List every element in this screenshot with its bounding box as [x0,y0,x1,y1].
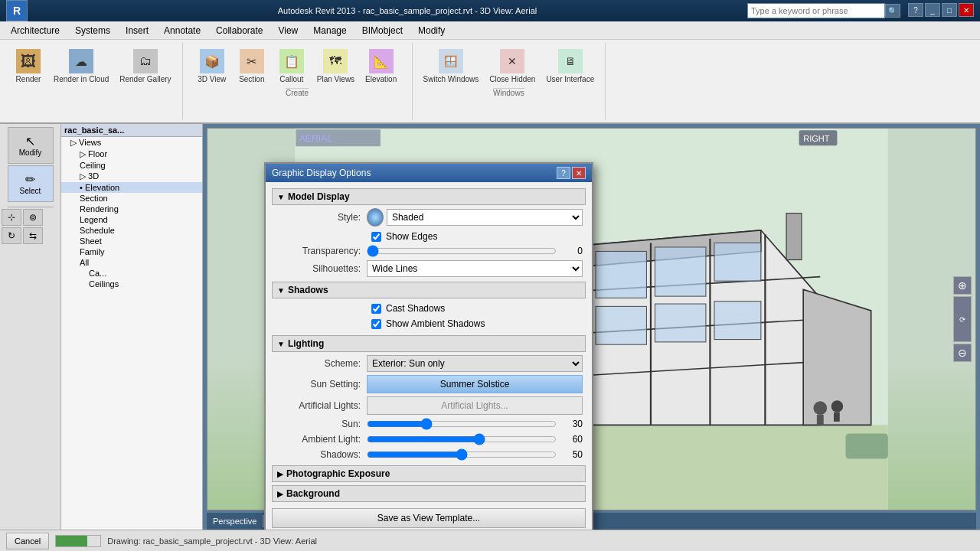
maximize-btn[interactable]: □ [942,3,957,17]
nav-controls: ⊕ ⟳ ⊖ [953,276,972,362]
plan-views-btn[interactable]: 🗺 Plan Views [312,46,359,86]
browser-legend[interactable]: Legend [61,214,202,225]
help-icon[interactable]: ? [908,3,923,17]
shadows-label: Shadows [288,285,328,295]
tool-mirror[interactable]: ⇆ [23,227,43,244]
orbit-btn[interactable]: ⟳ [953,296,972,342]
ambient-light-slider[interactable] [367,433,557,445]
user-interface-btn[interactable]: 🖥 User Interface [541,46,599,86]
browser-ca[interactable]: Ca... [61,268,202,279]
shadows-section-header[interactable]: ▼ Shadows [272,282,586,298]
lighting-arrow: ▼ [277,340,285,348]
close-hidden-btn[interactable]: ✕ Close Hidden [485,46,540,86]
menu-collaborate[interactable]: Collaborate [208,24,270,37]
menu-insert[interactable]: Insert [118,24,156,37]
browser-3d[interactable]: ▷ 3D [61,171,202,182]
browser-ceiling[interactable]: Ceiling [61,160,202,171]
left-tools: ↖ Modify ✏ Select ⊹ ⊚ ↻ ⇆ [0,124,61,530]
style-control: Shaded [367,208,583,227]
ribbon-create-group: 📦 3D View ✂ Section 📋 Callout 🗺 Plan Vie… [183,43,413,119]
close-btn[interactable]: ✕ [959,3,974,17]
silhouettes-row: Silhouettes: Wide Lines [272,260,586,277]
search-icon[interactable]: 🔍 [885,4,900,18]
photographic-exposure-section-header[interactable]: ▶ Photographic Exposure [272,465,586,482]
browser-family[interactable]: Family [61,246,202,257]
search-input[interactable] [747,3,885,18]
style-select[interactable]: Shaded [387,209,583,226]
transparency-slider[interactable] [367,245,557,257]
dialog-body: ▼ Model Display Style: Shaded [266,182,592,530]
lighting-section-header[interactable]: ▼ Lighting [272,335,586,352]
sun-setting-btn[interactable]: Summer Solstice [367,375,583,393]
transparency-label: Transparency: [275,246,367,256]
silhouettes-select[interactable]: Wide Lines [367,260,583,277]
elevation-btn[interactable]: 📐 Elevation [361,46,401,86]
ambient-shadows-checkbox[interactable] [371,319,381,329]
modify-tool-btn[interactable]: ✏ Select [8,165,54,202]
section-btn[interactable]: ✂ Section [233,46,271,86]
browser-elevation[interactable]: • Elevation [61,182,202,193]
render-btn[interactable]: 🖼 Render [9,46,47,86]
menu-modify[interactable]: Modify [410,24,452,37]
callout-btn[interactable]: 📋 Callout [273,46,311,86]
sun-slider-row: Sun: 30 [272,418,586,430]
svg-rect-18 [596,306,646,344]
transparency-row: Transparency: 0 [272,245,586,257]
drawing-info: Drawing: rac_basic_sample_project.rvt - … [107,536,317,546]
tool-move[interactable]: ⊹ [2,209,21,226]
cancel-status-btn[interactable]: Cancel [6,533,49,549]
menu-view[interactable]: View [270,24,305,37]
background-section-header[interactable]: ▶ Background [272,485,586,502]
browser-floor[interactable]: ▷ Floor [61,148,202,160]
save-template-row: Save as View Template... [272,505,586,530]
model-display-section-header[interactable]: ▼ Model Display [272,188,586,205]
perspective-label: Perspective [213,517,256,526]
artificial-lights-btn[interactable]: Artificial Lights... [367,396,583,415]
background-arrow: ▶ [277,490,283,498]
svg-point-29 [831,400,843,412]
save-view-template-btn[interactable]: Save as View Template... [272,508,586,528]
switch-windows-btn[interactable]: 🪟 Switch Windows [419,46,484,86]
tool-rotate[interactable]: ↻ [2,227,21,244]
artificial-lights-label: Artificial Lights: [275,400,367,411]
menu-annotate[interactable]: Annotate [156,24,208,37]
show-edges-checkbox[interactable] [371,232,381,242]
menu-systems[interactable]: Systems [67,24,118,37]
browser-sheet[interactable]: Sheet [61,236,202,246]
shadows-arrow: ▼ [277,286,285,295]
canvas-area: AERIAL RIGHT ⊕ ⟳ ⊖ Perspective 💾 ⚙ 📷 ⊞ ↺ [203,124,980,530]
browser-ceilings[interactable]: Ceilings [61,279,202,289]
menu-architecture[interactable]: Architecture [3,24,67,37]
lighting-content: Scheme: Exterior: Sun only Sun Setting: … [272,355,586,461]
browser-section[interactable]: Section [61,193,202,204]
shadows-slider[interactable] [367,448,557,461]
browser-all[interactable]: All [61,257,202,268]
dialog-help-btn[interactable]: ? [557,167,570,179]
zoom-in-btn[interactable]: ⊕ [953,276,972,295]
ambient-light-control: 60 [367,433,583,445]
dialog-close-btn[interactable]: ✕ [572,167,586,179]
3d-view-btn[interactable]: 📦 3D View [193,46,231,86]
svg-rect-19 [655,304,706,342]
model-display-content: Style: Shaded Sho [272,208,586,277]
select-tool-btn[interactable]: ↖ Modify [8,127,54,164]
browser-schedule[interactable]: Schedule [61,225,202,236]
menu-manage[interactable]: Manage [305,24,354,37]
menu-bimobject[interactable]: BIMobject [354,24,410,37]
sun-slider[interactable] [367,418,557,430]
browser-views[interactable]: ▷ Views [61,137,202,148]
graphic-display-dialog: Graphic Display Options ? ✕ ▼ Model Disp… [264,162,593,530]
scheme-select[interactable]: Exterior: Sun only [367,355,583,372]
cast-shadows-checkbox[interactable] [371,304,381,314]
tool-copy[interactable]: ⊚ [23,209,43,226]
svg-rect-14 [596,251,646,298]
sun-slider-control: 30 [367,418,583,430]
render-gallery-btn[interactable]: 🗂 Render Gallery [115,46,175,86]
browser-rendering[interactable]: Rendering [61,204,202,214]
zoom-out-btn[interactable]: ⊖ [953,344,972,362]
model-display-label: Model Display [288,191,350,202]
minimize-btn[interactable]: _ [925,3,940,17]
render-cloud-btn[interactable]: ☁ Render in Cloud [49,46,113,86]
style-preview-icon [367,208,384,227]
menu-bar: Architecture Systems Insert Annotate Col… [0,21,980,40]
